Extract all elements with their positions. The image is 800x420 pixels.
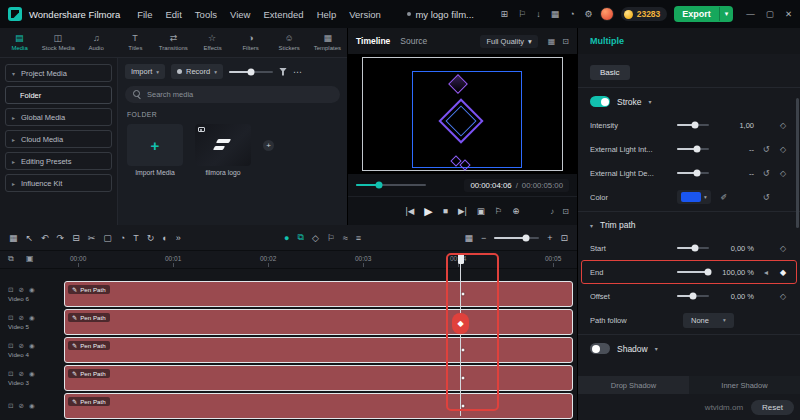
tab-transitions[interactable]: ⇄Transitions: [154, 28, 193, 57]
eye-icon[interactable]: ◉: [29, 370, 35, 378]
mute-icon[interactable]: ⊘: [18, 370, 23, 378]
keyframe-icon[interactable]: ◇: [778, 169, 788, 178]
reset-icon[interactable]: ↺: [761, 169, 771, 178]
zoom-out-icon[interactable]: −: [481, 233, 486, 243]
tab-titles[interactable]: TTitles: [116, 28, 155, 57]
more-options-icon[interactable]: ⋯: [293, 67, 303, 77]
trim-offset-value[interactable]: 0,00 %: [716, 292, 754, 301]
trim-end-slider[interactable]: [677, 271, 709, 273]
lock-icon[interactable]: ⊡: [8, 370, 13, 378]
delete-icon[interactable]: ⊟: [72, 233, 80, 243]
tab-templates[interactable]: ▦Templates: [309, 28, 348, 57]
eyedropper-icon[interactable]: ✐: [719, 193, 729, 202]
apps-icon[interactable]: ⊞: [501, 9, 509, 19]
timeline-ruler[interactable]: ⧉ ▣ 00:00 00:01 00:02 00:03 00:04 00:05: [0, 251, 577, 269]
tab-audio[interactable]: ♫Audio: [77, 28, 116, 57]
keyframe-icon[interactable]: ◇: [778, 244, 788, 253]
fullscreen-icon[interactable]: ⊡: [562, 207, 569, 216]
keyframe-icon[interactable]: ◇: [778, 145, 788, 154]
zoom-in-icon[interactable]: +: [547, 233, 552, 243]
eye-icon[interactable]: ◉: [29, 342, 35, 350]
eye-icon[interactable]: ◉: [29, 286, 35, 294]
previous-keyframe-icon[interactable]: ◂: [761, 268, 771, 277]
avatar[interactable]: [600, 7, 614, 21]
menu-tools[interactable]: Tools: [195, 9, 217, 20]
quality-dropdown[interactable]: Full Quality▾: [480, 35, 537, 48]
add-to-timeline-button[interactable]: +: [263, 140, 274, 151]
chevron-down-icon[interactable]: ▾: [649, 98, 652, 105]
sidebar-item-folder[interactable]: Folder: [5, 86, 112, 104]
seek-slider[interactable]: [356, 184, 426, 186]
timeline-clip[interactable]: ✎Pen Path: [64, 337, 573, 363]
tab-stock-media[interactable]: ◫Stock Media: [39, 28, 78, 57]
search-input[interactable]: [147, 90, 332, 99]
chevron-down-icon[interactable]: ▾: [590, 222, 593, 229]
ext-light-int-value[interactable]: --: [716, 145, 754, 154]
trim-offset-slider[interactable]: [677, 295, 709, 297]
tab-source[interactable]: Source: [400, 36, 427, 46]
keyframe-dot[interactable]: [461, 348, 466, 353]
redo-icon[interactable]: ↷: [57, 233, 65, 243]
sidebar-item-cloud-media[interactable]: ▸Cloud Media: [5, 130, 112, 148]
mute-icon[interactable]: ⊘: [18, 402, 23, 410]
play-button[interactable]: ▶: [424, 205, 432, 218]
settings-icon[interactable]: ⚙: [585, 9, 593, 19]
menu-file[interactable]: File: [137, 9, 152, 20]
volume-icon[interactable]: ♪: [550, 207, 554, 216]
rotate-icon[interactable]: ↻: [147, 233, 155, 243]
more-tools-icon[interactable]: »: [176, 233, 181, 243]
crop-button[interactable]: ⊕: [512, 206, 519, 216]
timeline-clip[interactable]: ✎Pen Path: [64, 365, 573, 391]
mute-icon[interactable]: ⊘: [18, 314, 23, 322]
stop-button[interactable]: ■: [443, 206, 448, 216]
sidebar-item-editing-presets[interactable]: ▸Editing Presets: [5, 152, 112, 170]
detach-preview-icon[interactable]: ⊡: [562, 37, 569, 46]
ext-light-de-value[interactable]: --: [716, 169, 754, 178]
menu-version[interactable]: Version: [349, 9, 381, 20]
undo-icon[interactable]: ↶: [41, 233, 49, 243]
layout-icon[interactable]: ▦: [551, 9, 560, 19]
tab-media[interactable]: ▤Media: [0, 28, 39, 57]
preview-canvas[interactable]: [348, 54, 577, 174]
trim-start-value[interactable]: 0,00 %: [716, 244, 754, 253]
tab-stickers[interactable]: ☺Stickers: [270, 28, 309, 57]
timeline-clip[interactable]: ✎Pen Path: [64, 309, 573, 335]
mask-icon[interactable]: ◐: [162, 233, 167, 243]
trim-end-value[interactable]: 100,00 %: [716, 268, 754, 277]
path-follow-dropdown[interactable]: None▾: [683, 313, 734, 328]
menu-edit[interactable]: Edit: [165, 9, 181, 20]
marker-button[interactable]: ⚐: [495, 206, 503, 216]
history-icon[interactable]: ◔: [569, 9, 574, 19]
sidebar-item-global-media[interactable]: ▸Global Media: [5, 108, 112, 126]
menu-view[interactable]: View: [230, 9, 250, 20]
trim-start-slider[interactable]: [677, 247, 709, 249]
minimize-button[interactable]: —: [746, 9, 755, 19]
export-dropdown-icon[interactable]: ▾: [719, 7, 734, 21]
intensity-value[interactable]: 1,00: [716, 121, 754, 130]
keyframe-dot[interactable]: [461, 292, 466, 297]
notifications-icon[interactable]: ⚐: [518, 9, 526, 19]
snapshot-button[interactable]: ▣: [477, 206, 485, 216]
tab-drop-shadow[interactable]: Drop Shadow: [578, 376, 689, 394]
marker-icon[interactable]: ⚐: [327, 233, 335, 243]
maximize-button[interactable]: ▢: [766, 9, 774, 19]
color-swatch-dropdown[interactable]: ▾: [677, 190, 711, 204]
keyframe-icon[interactable]: ◇: [312, 233, 319, 243]
grid-view-icon[interactable]: ▦: [548, 37, 556, 46]
tab-effects[interactable]: ☆Effects: [193, 28, 232, 57]
list-icon[interactable]: ≡: [356, 233, 361, 243]
audio-wave-icon[interactable]: ≈: [343, 233, 348, 243]
mute-icon[interactable]: ⊘: [18, 342, 23, 350]
export-button[interactable]: Export ▾: [674, 6, 733, 22]
menu-help[interactable]: Help: [317, 9, 337, 20]
timeline-clip[interactable]: ✎Pen Path: [64, 393, 573, 419]
track-manager-icon[interactable]: ▦: [9, 233, 18, 243]
playhead-handle[interactable]: [458, 253, 464, 264]
filter-icon[interactable]: [279, 68, 287, 76]
expand-timeline-icon[interactable]: ⊡: [560, 233, 568, 243]
lock-icon[interactable]: ⊡: [8, 286, 13, 294]
thumbnail-size-slider[interactable]: [229, 71, 273, 73]
playhead[interactable]: [460, 255, 461, 416]
keyframe-icon[interactable]: ◇: [778, 292, 788, 301]
fit-timeline-icon[interactable]: ▦: [464, 233, 473, 243]
